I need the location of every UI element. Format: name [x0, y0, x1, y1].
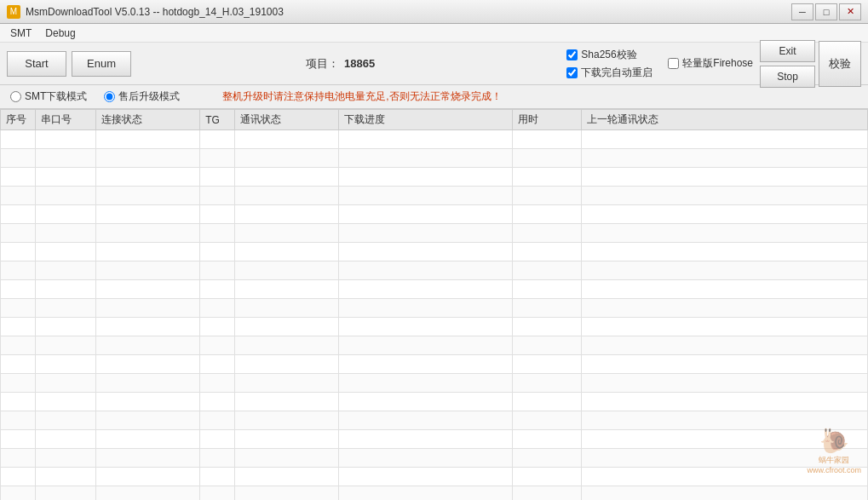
title-bar-left: M MsmDownloadTool V5.0.13 -- hotdogb_14_…	[7, 5, 284, 19]
stop-button[interactable]: Stop	[760, 66, 815, 88]
table-cell	[35, 224, 95, 243]
verify-button[interactable]: 校验	[819, 41, 861, 87]
table-cell	[200, 205, 235, 224]
table-cell	[234, 486, 338, 501]
table-cell	[200, 168, 235, 187]
smt-mode-label: SMT下载模式	[25, 89, 87, 104]
table-cell	[200, 430, 235, 449]
table-cell	[1, 149, 36, 168]
table-cell	[35, 449, 95, 468]
table-cell	[339, 149, 513, 168]
maximize-button[interactable]: □	[815, 3, 837, 20]
table-cell	[512, 486, 581, 501]
sha256-checkbox[interactable]	[566, 49, 578, 60]
table-cell	[200, 318, 235, 336]
table-cell	[512, 393, 581, 411]
table-cell	[582, 486, 868, 501]
table-cell	[339, 411, 513, 430]
lightweight-checkbox[interactable]	[668, 58, 679, 69]
table-cell	[35, 355, 95, 374]
table-cell	[200, 468, 235, 486]
table-row	[1, 187, 868, 205]
table-cell	[582, 336, 868, 355]
table-cell	[95, 224, 199, 243]
table-cell	[95, 168, 199, 187]
smt-mode-option[interactable]: SMT下载模式	[10, 89, 87, 104]
table-cell	[234, 449, 338, 468]
start-button[interactable]: Start	[7, 51, 66, 77]
table-cell	[582, 299, 868, 318]
table-cell	[234, 261, 338, 280]
table-cell	[200, 355, 235, 374]
menu-debug[interactable]: Debug	[38, 26, 82, 41]
table-cell	[512, 261, 581, 280]
table-cell	[339, 468, 513, 486]
table-cell	[1, 318, 36, 336]
table-cell	[512, 449, 581, 468]
mode-bar: SMT下载模式 售后升级模式 整机升级时请注意保持电池电量充足,否则无法正常烧录…	[0, 85, 868, 109]
table-cell	[200, 149, 235, 168]
table-cell	[234, 130, 338, 149]
smt-mode-radio[interactable]	[10, 91, 21, 102]
enum-button[interactable]: Enum	[72, 51, 131, 77]
table-cell	[1, 411, 36, 430]
table-cell	[95, 374, 199, 393]
table-cell	[512, 336, 581, 355]
notice-text: 整机升级时请注意保持电池电量充足,否则无法正常烧录完成！	[222, 89, 501, 104]
table-cell	[582, 243, 868, 261]
table-cell	[234, 280, 338, 299]
table-cell	[512, 187, 581, 205]
table-cell	[95, 355, 199, 374]
table-cell	[339, 243, 513, 261]
table-cell	[512, 130, 581, 149]
autoboot-checkbox[interactable]	[566, 67, 578, 78]
table-cell	[1, 374, 36, 393]
table-cell	[95, 149, 199, 168]
table-cell	[35, 130, 95, 149]
table-cell	[95, 280, 199, 299]
table-cell	[200, 299, 235, 318]
table-row	[1, 336, 868, 355]
col-time: 用时	[512, 110, 581, 130]
col-connection: 连接状态	[95, 110, 199, 130]
table-cell	[582, 355, 868, 374]
table-cell	[234, 318, 338, 336]
menu-smt[interactable]: SMT	[3, 26, 38, 41]
table-cell	[582, 205, 868, 224]
aftersale-mode-option[interactable]: 售后升级模式	[104, 89, 180, 104]
minimize-button[interactable]: ─	[791, 3, 813, 20]
project-label: 项目：	[306, 56, 339, 72]
table-cell	[1, 355, 36, 374]
table-cell	[95, 187, 199, 205]
col-progress: 下载进度	[339, 110, 513, 130]
table-cell	[234, 393, 338, 411]
table-row	[1, 411, 868, 430]
table-row	[1, 318, 868, 336]
table-cell	[1, 205, 36, 224]
table-cell	[35, 486, 95, 501]
table-cell	[200, 336, 235, 355]
table-cell	[35, 430, 95, 449]
table-cell	[582, 224, 868, 243]
table-cell	[95, 393, 199, 411]
table-cell	[35, 149, 95, 168]
table-cell	[512, 374, 581, 393]
table-cell	[582, 318, 868, 336]
watermark: 🐌 蜗牛家园 www.cfroot.com	[807, 427, 861, 474]
toolbar: Start Enum 项目： 18865 Sha256校验 下载完自动重启 轻量…	[0, 43, 868, 85]
snail-icon: 🐌	[819, 428, 849, 454]
aftersale-mode-radio[interactable]	[104, 91, 115, 102]
table-cell	[35, 243, 95, 261]
table-row	[1, 130, 868, 149]
table-cell	[35, 280, 95, 299]
table-cell	[200, 224, 235, 243]
table-cell	[95, 468, 199, 486]
col-comm: 通讯状态	[234, 110, 338, 130]
table-cell	[200, 280, 235, 299]
app-icon: M	[7, 5, 20, 19]
table-cell	[200, 393, 235, 411]
main-table: 序号 串口号 连接状态 TG 通讯状态 下载进度 用时 上一轮通讯状态	[0, 109, 868, 500]
close-button[interactable]: ✕	[839, 3, 861, 20]
table-cell	[512, 205, 581, 224]
exit-button[interactable]: Exit	[760, 40, 815, 62]
